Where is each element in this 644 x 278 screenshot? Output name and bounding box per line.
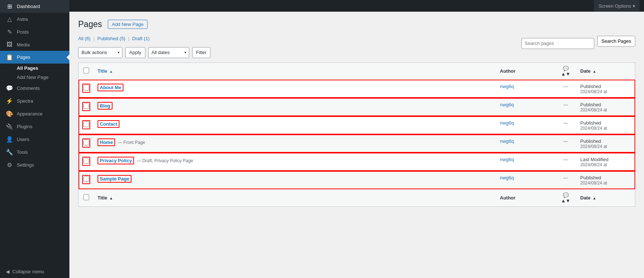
sidebar-item-users[interactable]: 👤 Users: [0, 133, 69, 146]
sidebar-item-appearance[interactable]: 🎨 Appearance: [0, 107, 69, 120]
row-checkbox[interactable]: [83, 176, 89, 182]
row-checkbox-cell: [79, 171, 94, 189]
title-col-header[interactable]: Title ▲: [94, 62, 496, 80]
row-comments-cell: —: [555, 134, 577, 153]
author-link[interactable]: nwg6q: [500, 120, 514, 126]
page-title-link[interactable]: Home: [100, 140, 113, 145]
row-checkbox[interactable]: [83, 140, 89, 145]
page-title-link[interactable]: Sample Page: [100, 176, 129, 182]
row-checkbox[interactable]: [83, 103, 89, 109]
footer-title-col[interactable]: Title ▲: [94, 189, 496, 206]
sidebar-item-plugins[interactable]: 🔌 Plugins: [0, 120, 69, 133]
search-pages-button[interactable]: Search Pages: [597, 36, 635, 47]
table-header-row: Title ▲ Author 💬 ▲▼ Date ▲: [79, 62, 635, 80]
author-link[interactable]: nwg6q: [500, 84, 514, 89]
row-title-cell: Blog: [94, 98, 496, 116]
filter-button[interactable]: Filter: [192, 47, 211, 58]
page-title-link[interactable]: Contact: [100, 121, 117, 127]
row-date-cell: Published2024/08/24 at: [577, 134, 635, 153]
row-comments-cell: —: [555, 80, 577, 98]
all-dates-select[interactable]: All dates August 2024: [148, 47, 189, 58]
footer-author-col: Author: [496, 189, 555, 206]
chevron-down-icon: ▾: [633, 3, 635, 9]
author-link[interactable]: nwg6q: [500, 175, 514, 180]
footer-select-all-checkbox[interactable]: [83, 194, 89, 200]
footer-date-col[interactable]: Date ▲: [577, 189, 635, 206]
date-value: 2024/08/24 at: [580, 126, 632, 131]
comments-col-header: 💬 ▲▼: [555, 62, 577, 80]
date-value: 2024/08/24 at: [580, 144, 632, 149]
filter-all-link[interactable]: All (6): [78, 36, 91, 41]
dashboard-icon: ⊞: [6, 3, 13, 10]
comments-value: —: [563, 157, 568, 162]
footer-comments-sort[interactable]: ▲▼: [561, 198, 571, 203]
comments-value: —: [563, 138, 568, 144]
table-row: Blognwg6q—Published2024/08/24 at: [79, 98, 635, 116]
table-footer-row: Title ▲ Author 💬 ▲▼ Date ▲: [79, 189, 635, 206]
filter-draft-link[interactable]: Draft (1): [132, 36, 150, 41]
sidebar-item-label: Appearance: [17, 111, 42, 117]
sep2: |: [128, 36, 129, 41]
sidebar-item-tools[interactable]: 🔧 Tools: [0, 146, 69, 159]
sidebar-sub-add-new-page[interactable]: Add New Page: [0, 73, 69, 82]
sidebar-item-label: Tools: [17, 149, 28, 155]
sidebar-item-comments[interactable]: 💬 Comments: [0, 82, 69, 95]
footer-date-sort-icon: ▲: [592, 196, 596, 200]
page-title: Pages: [78, 19, 102, 30]
pages-table: Title ▲ Author 💬 ▲▼ Date ▲ About Menwg6q…: [78, 62, 635, 207]
sidebar-item-label: Pages: [17, 54, 30, 60]
sidebar-item-label: Users: [17, 137, 29, 142]
row-title-cell: Contact: [94, 116, 496, 134]
row-checkbox[interactable]: [83, 85, 89, 91]
row-checkbox-cell: [79, 134, 94, 153]
sidebar-item-spectra[interactable]: ⚡ Spectra: [0, 95, 69, 107]
page-title-link[interactable]: Blog: [100, 103, 110, 108]
row-comments-cell: —: [555, 153, 577, 171]
table-row: About Menwg6q—Published2024/08/24 at: [79, 80, 635, 98]
comments-value: —: [563, 120, 568, 126]
row-checkbox[interactable]: [83, 121, 89, 127]
filter-published-link[interactable]: Published (5): [98, 36, 126, 41]
sidebar-sub-all-pages[interactable]: All Pages: [0, 64, 69, 73]
row-checkbox[interactable]: [83, 158, 89, 164]
sidebar-item-astra[interactable]: △ Astra: [0, 13, 69, 26]
sidebar-item-pages[interactable]: 📋 Pages: [0, 51, 69, 64]
comments-sort-icons[interactable]: ▲▼: [561, 71, 571, 77]
page-title-link[interactable]: About Me: [100, 85, 121, 90]
row-author-cell: nwg6q: [496, 171, 555, 189]
select-all-checkbox[interactable]: [83, 68, 89, 73]
users-icon: 👤: [6, 136, 13, 143]
row-comments-cell: —: [555, 98, 577, 116]
author-link[interactable]: nwg6q: [500, 102, 514, 107]
date-value: 2024/08/24 at: [580, 180, 632, 186]
sidebar-item-label: Dashboard: [17, 4, 40, 9]
screen-options-button[interactable]: Screen Options ▾: [594, 0, 640, 12]
row-checkbox-cell: [79, 98, 94, 116]
sidebar-item-settings[interactable]: ⚙ Settings: [0, 159, 69, 171]
row-title-cell: Home — Front Page: [94, 134, 496, 153]
search-pages-input[interactable]: [521, 38, 594, 49]
footer-title-sort-icon: ▲: [109, 196, 113, 200]
media-icon: 🖼: [6, 41, 13, 48]
sidebar-item-dashboard[interactable]: ⊞ Dashboard: [0, 0, 69, 13]
sidebar-item-media[interactable]: 🖼 Media: [0, 38, 69, 51]
author-link[interactable]: nwg6q: [500, 157, 514, 162]
bulk-actions-select[interactable]: Bulk actions Edit Move to Trash: [78, 47, 122, 58]
sidebar-item-label: Plugins: [17, 124, 33, 129]
date-col-header[interactable]: Date ▲: [577, 62, 635, 80]
sidebar-item-posts[interactable]: ✎ Posts: [0, 26, 69, 38]
date-status: Published: [580, 84, 632, 89]
comments-icon: 💬: [6, 85, 13, 92]
add-new-page-button[interactable]: Add New Page: [108, 20, 148, 29]
sidebar-item-label: Media: [17, 42, 30, 47]
pages-active-arrow: [66, 54, 69, 60]
collapse-menu-button[interactable]: ◀ Collapse menu: [0, 265, 69, 278]
table-body: About Menwg6q—Published2024/08/24 atBlog…: [79, 80, 635, 189]
page-title-link[interactable]: Privacy Policy: [100, 158, 132, 163]
apply-button[interactable]: Apply: [125, 47, 145, 58]
date-value: 2024/08/24 at: [580, 107, 632, 113]
table-row: Sample Pagenwg6q—Published2024/08/24 at: [79, 171, 635, 189]
collapse-label: Collapse menu: [12, 269, 44, 274]
author-link[interactable]: nwg6q: [500, 138, 514, 144]
collapse-icon: ◀: [6, 269, 9, 274]
